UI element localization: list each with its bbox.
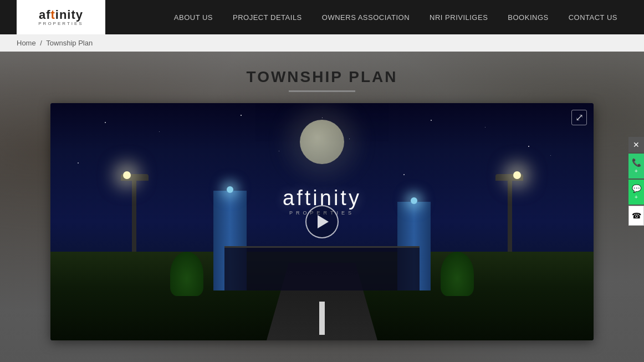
phone-label: + [635,168,638,174]
logo[interactable]: aftinity properties [17,0,105,34]
play-button[interactable] [305,205,339,238]
phone-icon: 📞 [632,158,641,167]
page-title-section: TOWNSHIP PLAN [0,68,644,92]
bush-left [170,252,203,296]
logo-text: aftinity [38,9,83,21]
title-underline [289,90,355,92]
road-line [319,302,325,335]
nav-contact-us[interactable]: CONTACT US [559,0,627,34]
nav-bookings[interactable]: BOOKINGS [498,0,558,34]
breadcrumb-home[interactable]: Home [17,39,36,47]
whatsapp-icon: 💬 [632,184,641,193]
nav-about-us[interactable]: ABOUT US [164,0,223,34]
nav-nri-priviliges[interactable]: NRI PRIVILIGES [420,0,498,34]
gate-fence [224,246,420,290]
breadcrumb-current: Township Plan [46,39,93,47]
widget-whatsapp-button[interactable]: 💬 + [628,180,644,205]
gate-light-left [227,186,233,193]
nav-project-details[interactable]: PROJECT DETAILS [223,0,312,34]
header: aftinity properties ABOUT US PROJECT DET… [0,0,644,34]
breadcrumb: Home / Township Plan [0,34,644,52]
play-icon [318,215,329,228]
callback-icon: ☎ [632,211,641,220]
video-wrapper: aftinity properties ⤢ [50,103,594,340]
page-title: TOWNSHIP PLAN [0,68,644,86]
expand-icon[interactable]: ⤢ [571,110,587,125]
gate-light-right [411,197,417,204]
logo-sub: properties [38,21,83,26]
widget-callback-button[interactable]: ☎ [628,206,644,226]
widget-close-button[interactable]: ✕ [628,137,644,152]
main-content: TOWNSHIP PLAN [0,52,644,362]
video-player[interactable]: aftinity properties ⤢ [50,103,594,340]
bush-right [441,252,474,296]
contact-widget: ✕ 📞 + 💬 + ☎ [628,137,644,226]
breadcrumb-separator: / [40,39,42,47]
wp-label: + [635,194,638,200]
main-nav: ABOUT US PROJECT DETAILS OWNERS ASSOCIAT… [164,0,627,34]
nav-owners-association[interactable]: OWNERS ASSOCIATION [312,0,420,34]
widget-phone-button[interactable]: 📞 + [628,154,644,179]
